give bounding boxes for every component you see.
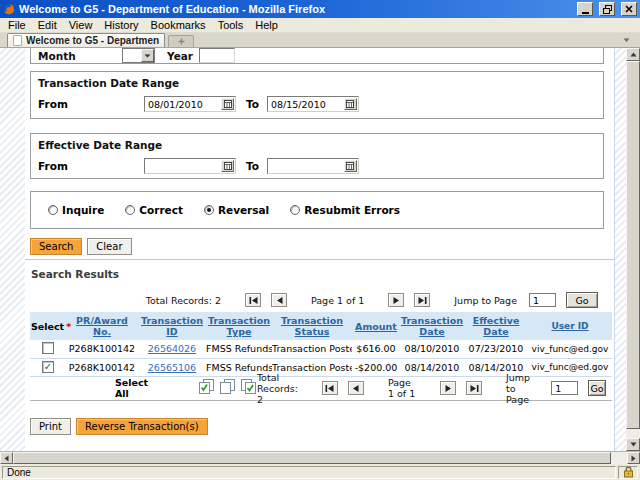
transaction-id-link[interactable]: 26564026: [148, 343, 196, 354]
transaction-date-range-section: Transaction Date Range From To: [30, 71, 604, 119]
transaction-date-cell: 08/10/2010: [400, 340, 464, 358]
row-checkbox-checked[interactable]: ✓: [42, 361, 54, 373]
tab-welcome-g5[interactable]: Welcome to G5 - Department of Edu...: [7, 33, 165, 47]
calendar-icon[interactable]: [221, 160, 234, 172]
menu-edit[interactable]: Edit: [32, 19, 63, 31]
header-amount[interactable]: Amount: [352, 312, 400, 340]
pr-award-cell: P268K100142: [66, 358, 138, 376]
month-label: Month: [38, 50, 122, 62]
horizontal-scroll-thumb[interactable]: [13, 452, 611, 464]
new-tab-button[interactable]: [168, 35, 194, 47]
header-user-id[interactable]: User ID: [528, 312, 612, 340]
scroll-right-icon[interactable]: [627, 452, 640, 464]
first-page-button[interactable]: [245, 293, 261, 307]
radio-resubmit-errors[interactable]: Resubmit Errors: [290, 204, 400, 216]
row-checkbox[interactable]: [42, 342, 54, 354]
amount-cell: $616.00: [352, 340, 400, 358]
vertical-scrollbar[interactable]: [626, 48, 640, 451]
last-page-button[interactable]: [466, 381, 482, 395]
close-button[interactable]: [621, 2, 637, 16]
header-transaction-type[interactable]: Transaction Type: [206, 312, 272, 340]
next-page-button[interactable]: [440, 381, 456, 395]
calendar-icon[interactable]: [221, 98, 234, 110]
tab-bar: Welcome to G5 - Department of Edu...: [0, 33, 640, 48]
header-pr-award-no[interactable]: PR/Award No.: [66, 312, 138, 340]
secure-lock-panel: [618, 466, 638, 479]
transaction-date-range-title: Transaction Date Range: [38, 77, 596, 89]
first-page-button[interactable]: [322, 381, 338, 395]
deselect-all-pages-icon[interactable]: [219, 379, 236, 397]
menu-help[interactable]: Help: [249, 19, 284, 31]
restore-button[interactable]: [599, 2, 615, 16]
jump-to-page-label: Jump to Page: [506, 372, 539, 405]
calendar-icon[interactable]: [344, 98, 357, 110]
print-button[interactable]: Print: [30, 418, 71, 435]
page-content: Month Year Transaction Date Range From: [25, 48, 614, 451]
tdr-from-input[interactable]: [146, 99, 221, 110]
scroll-left-icon[interactable]: [0, 452, 13, 464]
search-button[interactable]: Search: [30, 238, 82, 255]
last-page-button[interactable]: [414, 293, 430, 307]
minimize-button[interactable]: [577, 2, 593, 16]
tdr-from-label: From: [38, 98, 144, 110]
radio-icon[interactable]: [290, 205, 300, 215]
effective-date-range-title: Effective Date Range: [38, 139, 596, 151]
status-text: Done: [7, 467, 31, 478]
clear-button[interactable]: Clear: [87, 238, 131, 255]
transaction-date-cell: 08/14/2010: [400, 358, 464, 376]
scroll-down-icon[interactable]: [626, 438, 640, 451]
header-transaction-id[interactable]: Transaction ID: [138, 312, 206, 340]
browser-window: Welcome to G5 - Department of Education …: [0, 0, 640, 480]
month-year-section: Month Year: [30, 48, 604, 64]
menu-bookmarks[interactable]: Bookmarks: [145, 19, 212, 31]
list-all-tabs-button[interactable]: [619, 34, 633, 46]
tdr-to-input[interactable]: [269, 99, 344, 110]
edr-from-input[interactable]: [146, 161, 221, 172]
status-text-panel: Done: [2, 466, 616, 479]
jump-to-page-label: Jump to Page: [454, 295, 517, 306]
menu-view[interactable]: View: [63, 19, 99, 31]
next-page-button[interactable]: [388, 293, 404, 307]
transaction-type-cell: FMSS Refunds: [206, 340, 272, 358]
table-header-row: Select* PR/Award No. Transaction ID Tran…: [30, 312, 612, 340]
menu-tools[interactable]: Tools: [212, 19, 250, 31]
menu-file[interactable]: File: [2, 19, 32, 31]
edr-from-field: [144, 158, 236, 174]
month-select[interactable]: [122, 48, 155, 63]
header-transaction-date[interactable]: Transaction Date: [400, 312, 464, 340]
radio-selected-icon[interactable]: [204, 205, 214, 215]
jump-to-page-input[interactable]: [551, 381, 578, 395]
edr-to-input[interactable]: [269, 161, 344, 172]
year-input[interactable]: [199, 48, 235, 63]
radio-correct[interactable]: Correct: [125, 204, 183, 216]
amount-cell: -$200.00: [352, 358, 400, 376]
jump-to-page-input[interactable]: [529, 293, 556, 307]
year-label: Year: [167, 50, 199, 62]
header-transaction-status[interactable]: Transaction Status: [272, 312, 352, 340]
radio-reversal[interactable]: Reversal: [204, 204, 269, 216]
transaction-id-link[interactable]: 26565106: [148, 362, 196, 373]
radio-icon[interactable]: [125, 205, 135, 215]
reverse-transactions-button[interactable]: Reverse Transaction(s): [76, 418, 208, 435]
previous-page-button[interactable]: [271, 293, 287, 307]
select-current-page-icon[interactable]: [240, 379, 257, 397]
vertical-scroll-thumb[interactable]: [626, 61, 640, 429]
content-viewport: Month Year Transaction Date Range From: [0, 48, 640, 451]
chevron-down-icon[interactable]: [141, 49, 154, 62]
scroll-up-icon[interactable]: [626, 48, 640, 61]
menu-history[interactable]: History: [98, 19, 144, 31]
go-button[interactable]: Go: [588, 380, 606, 396]
horizontal-scrollbar[interactable]: [0, 451, 640, 464]
go-button[interactable]: Go: [566, 292, 598, 308]
previous-page-button[interactable]: [348, 381, 364, 395]
page-right-margin: [614, 48, 626, 451]
header-effective-date[interactable]: Effective Date: [464, 312, 528, 340]
radio-icon[interactable]: [48, 205, 58, 215]
title-bar: Welcome to G5 - Department of Education …: [0, 0, 640, 18]
select-all-pages-icon[interactable]: [198, 379, 215, 397]
radio-inquire[interactable]: Inquire: [48, 204, 104, 216]
window-title: Welcome to G5 - Department of Education …: [19, 3, 571, 15]
menu-bar: File Edit View History Bookmarks Tools H…: [0, 18, 640, 33]
calendar-icon[interactable]: [344, 160, 357, 172]
transaction-status-cell: Transaction Posted: [272, 340, 352, 358]
